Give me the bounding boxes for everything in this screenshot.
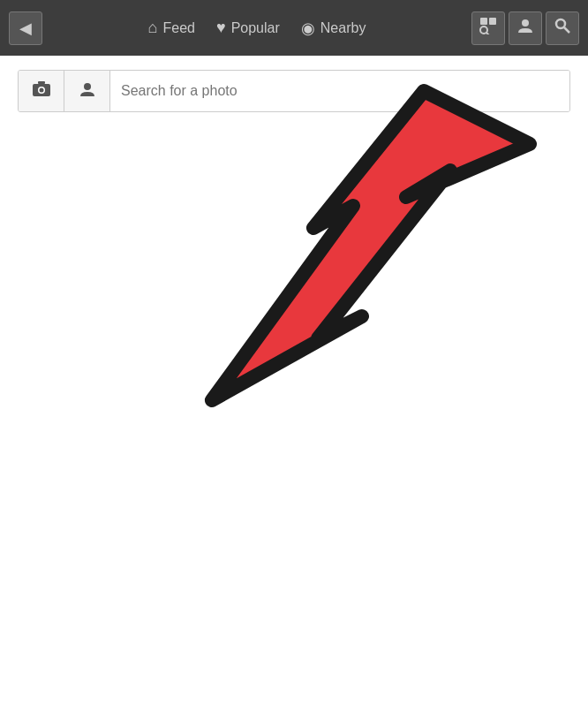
location-icon: ◉	[301, 19, 315, 38]
svg-point-2	[480, 27, 487, 34]
svg-point-11	[84, 83, 91, 90]
person-icon	[79, 80, 96, 102]
search-input[interactable]	[110, 71, 569, 111]
grid-search-button[interactable]	[471, 11, 505, 45]
heart-icon: ♥	[216, 19, 226, 37]
navbar: ◀ ⌂ Feed ♥ Popular ◉ Nearby	[0, 0, 588, 56]
feed-label: Feed	[162, 20, 194, 36]
nav-item-nearby[interactable]: ◉ Nearby	[301, 19, 366, 38]
photo-search-button[interactable]	[19, 71, 64, 111]
back-button[interactable]: ◀	[9, 11, 42, 45]
feed-icon: ⌂	[148, 19, 158, 37]
back-icon: ◀	[19, 19, 32, 38]
svg-rect-1	[489, 18, 496, 25]
search-bar	[18, 70, 570, 112]
nav-item-feed[interactable]: ⌂ Feed	[148, 19, 195, 37]
navbar-left: ◀	[9, 11, 42, 45]
user-icon	[516, 17, 534, 39]
svg-point-5	[556, 19, 565, 28]
arrow-svg	[177, 64, 556, 436]
popular-label: Popular	[231, 20, 280, 36]
main-content	[0, 56, 588, 713]
svg-line-3	[486, 33, 489, 34]
nearby-label: Nearby	[320, 20, 366, 36]
search-icon	[554, 17, 571, 39]
svg-rect-0	[480, 18, 487, 25]
profile-button[interactable]	[509, 11, 542, 45]
navbar-right	[471, 11, 579, 45]
arrow-overlay	[177, 64, 556, 436]
nav-item-popular[interactable]: ♥ Popular	[216, 19, 280, 37]
search-button[interactable]	[546, 11, 579, 45]
svg-line-6	[564, 27, 569, 33]
svg-point-4	[522, 19, 529, 27]
grid-icon	[479, 17, 497, 39]
svg-rect-10	[38, 81, 45, 84]
svg-point-9	[39, 87, 43, 92]
user-search-button[interactable]	[64, 71, 110, 111]
camera-icon	[32, 80, 51, 102]
navbar-center: ⌂ Feed ♥ Popular ◉ Nearby	[42, 19, 471, 38]
